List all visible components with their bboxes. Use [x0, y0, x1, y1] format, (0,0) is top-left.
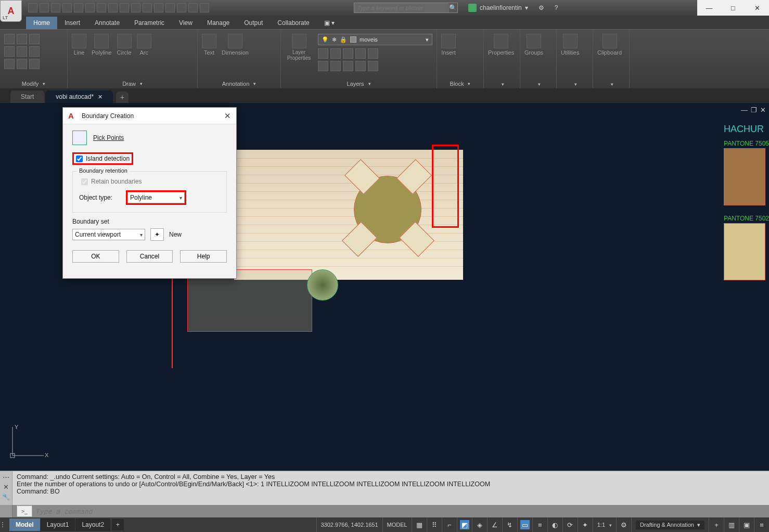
- workspace-combo[interactable]: Drafting & Annotation▾: [636, 521, 704, 529]
- qat-open-icon[interactable]: [40, 3, 49, 12]
- qat-icon[interactable]: [188, 3, 198, 12]
- layout1-tab[interactable]: Layout1: [41, 518, 75, 531]
- qat-icon[interactable]: [165, 3, 175, 12]
- layer-tool-icon[interactable]: [330, 61, 341, 71]
- app-logo[interactable]: ALT: [0, 0, 22, 22]
- groups-btn[interactable]: Groups: [524, 34, 543, 56]
- layer-tool-icon[interactable]: [318, 48, 328, 59]
- modify-tool-icon[interactable]: [4, 46, 15, 57]
- properties-btn[interactable]: Properties: [488, 34, 514, 56]
- qat-save-icon[interactable]: [51, 3, 60, 12]
- panel-title-block[interactable]: Block: [441, 79, 479, 88]
- command-gutter[interactable]: ⋯✕🔧: [0, 471, 12, 505]
- boundary-set-combo[interactable]: Current viewport ▾: [72, 229, 145, 240]
- snap-icon[interactable]: ⠿: [430, 520, 439, 529]
- iso-icon[interactable]: ◈: [475, 520, 484, 529]
- customize-icon[interactable]: ≡: [757, 520, 766, 529]
- dialog-close-icon[interactable]: ✕: [224, 111, 231, 121]
- clipboard-btn[interactable]: Clipboard: [597, 34, 622, 56]
- new-tab-button[interactable]: +: [116, 92, 129, 103]
- maximize-button[interactable]: □: [721, 0, 745, 16]
- layer-tool-icon[interactable]: [343, 61, 353, 71]
- units-icon[interactable]: ▥: [727, 520, 736, 529]
- tab-collaborate[interactable]: Collaborate: [270, 17, 316, 29]
- tab-manage[interactable]: Manage: [200, 17, 237, 29]
- panel-title-draw[interactable]: Draw: [72, 79, 193, 88]
- tab-parametric[interactable]: Parametric: [127, 17, 172, 29]
- ortho-icon[interactable]: ⌐: [445, 520, 454, 529]
- draw-arc[interactable]: Arc: [137, 34, 151, 56]
- panel-title-clipboard[interactable]: [597, 80, 625, 88]
- grid-icon[interactable]: ▦: [415, 520, 424, 529]
- layer-tool-icon[interactable]: [355, 61, 366, 71]
- anno-dimension[interactable]: Dimension: [222, 34, 249, 56]
- panel-title-groups[interactable]: [524, 80, 552, 88]
- tab-insert[interactable]: Insert: [57, 17, 87, 29]
- quickprops-icon[interactable]: +: [712, 520, 721, 529]
- cancel-button[interactable]: Cancel: [126, 250, 173, 263]
- draw-circle[interactable]: Circle: [117, 34, 132, 56]
- dyn-icon[interactable]: ▭: [520, 520, 530, 529]
- hwacc-icon[interactable]: ▣: [742, 520, 751, 529]
- draw-line[interactable]: Line: [72, 34, 86, 56]
- modify-tool-icon[interactable]: [17, 34, 27, 44]
- lwt-icon[interactable]: ≡: [535, 520, 545, 529]
- qat-redo-icon[interactable]: [97, 3, 106, 12]
- cmd-prompt-icon[interactable]: >_: [17, 505, 32, 517]
- anno-text[interactable]: Text: [202, 34, 216, 56]
- layer-tool-icon[interactable]: [368, 61, 378, 71]
- model-tab[interactable]: Model: [9, 518, 40, 531]
- osnap-icon[interactable]: ∠: [490, 520, 499, 529]
- new-boundary-set-button[interactable]: ✦: [150, 228, 164, 241]
- panel-title-layers[interactable]: Layers: [285, 79, 432, 88]
- qat-icon[interactable]: [108, 3, 118, 12]
- layer-combo[interactable]: 💡 ❄ 🔒 moveis ▾: [318, 34, 432, 45]
- search-icon[interactable]: 🔍: [449, 3, 457, 12]
- layout-grip[interactable]: [0, 522, 9, 527]
- ok-button[interactable]: OK: [72, 250, 119, 263]
- utilities-btn[interactable]: Utilities: [561, 34, 579, 56]
- modify-tool-icon[interactable]: [29, 34, 40, 44]
- qat-icon[interactable]: [177, 3, 186, 12]
- panel-title-modify[interactable]: Modify: [4, 79, 63, 88]
- layer-tool-icon[interactable]: [355, 48, 366, 59]
- object-type-combo[interactable]: Polyline ▾: [127, 192, 185, 203]
- scale-readout[interactable]: 1:1: [597, 522, 605, 528]
- minimize-button[interactable]: —: [697, 0, 721, 16]
- qat-icon[interactable]: [200, 3, 209, 12]
- transparency-icon[interactable]: ◐: [550, 520, 560, 529]
- layer-tool-icon[interactable]: [343, 48, 353, 59]
- drawing-tab[interactable]: vobi autocad* ✕: [45, 90, 113, 103]
- qat-saveas-icon[interactable]: [62, 3, 72, 12]
- layout2-tab[interactable]: Layout2: [75, 518, 110, 531]
- command-input[interactable]: [35, 508, 769, 515]
- qat-icon[interactable]: [143, 3, 152, 12]
- pick-points-icon[interactable]: [72, 131, 87, 145]
- island-detection-checkbox[interactable]: Island detection: [72, 152, 133, 165]
- cmd-handle[interactable]: [0, 505, 12, 517]
- modify-tool-icon[interactable]: [4, 34, 15, 44]
- layer-tool-icon[interactable]: [330, 48, 341, 59]
- dialog-titlebar[interactable]: A Boundary Creation ✕: [63, 108, 236, 124]
- user-dropdown-icon[interactable]: ▾: [525, 4, 528, 11]
- close-button[interactable]: ✕: [745, 0, 769, 16]
- block-insert[interactable]: Insert: [441, 34, 456, 56]
- tab-annotate[interactable]: Annotate: [87, 17, 127, 29]
- qat-plot-icon[interactable]: [74, 3, 83, 12]
- start-tab[interactable]: Start: [10, 90, 44, 103]
- modify-tool-icon[interactable]: [17, 46, 27, 57]
- coords-readout[interactable]: 3302.9766, 1402.1651: [316, 517, 382, 532]
- modify-tool-icon[interactable]: [29, 59, 40, 69]
- panel-title-annotation[interactable]: Annotation: [202, 79, 276, 88]
- vp-minimize-icon[interactable]: —: [741, 106, 748, 114]
- layer-tool-icon[interactable]: [318, 61, 328, 71]
- exchange-icon[interactable]: ⚙: [539, 4, 544, 11]
- qat-undo-icon[interactable]: [85, 3, 95, 12]
- tab-home[interactable]: Home: [26, 17, 57, 29]
- tab-output[interactable]: Output: [237, 17, 270, 29]
- infocenter-search[interactable]: 🔍: [354, 3, 458, 13]
- cycling-icon[interactable]: ⟳: [566, 520, 575, 529]
- otrack-icon[interactable]: ↯: [505, 520, 515, 529]
- help-button[interactable]: Help: [180, 250, 227, 263]
- qat-new-icon[interactable]: [28, 3, 37, 12]
